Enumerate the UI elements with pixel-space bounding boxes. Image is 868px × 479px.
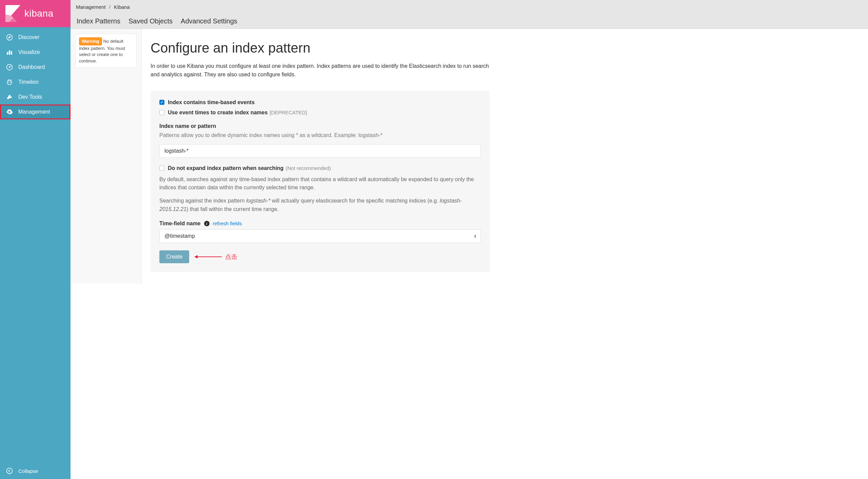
refresh-fields-link[interactable]: refresh fields [213, 221, 242, 226]
annotation-text: 点击 [225, 253, 237, 261]
tab-advanced-settings[interactable]: Advanced Settings [180, 14, 238, 28]
timelion-icon [6, 79, 13, 85]
compass-icon [6, 34, 13, 41]
svg-point-5 [9, 66, 10, 68]
index-name-label: Index name or pattern [159, 123, 481, 129]
svg-point-7 [8, 82, 9, 82]
svg-point-9 [7, 468, 13, 474]
index-name-help: Patterns allow you to define dynamic ind… [159, 131, 481, 139]
gear-icon [6, 109, 13, 115]
sidebar-item-management[interactable]: Management [0, 104, 71, 119]
nav-label: Management [18, 109, 50, 115]
gauge-icon [6, 64, 13, 71]
sidebar-collapse[interactable]: Collapse [0, 463, 71, 479]
main-content: Configure an index pattern In order to u… [142, 29, 868, 284]
sidebar-nav: Discover Visualize Dashboard Timelion De… [0, 27, 71, 463]
explain-default: By default, searches against any time-ba… [159, 175, 481, 192]
select-value: @timestamp [164, 233, 195, 239]
svg-rect-2 [9, 51, 10, 55]
checkbox-label: Use event times to create index names[DE… [168, 110, 307, 116]
svg-rect-1 [7, 52, 8, 55]
page-title: Configure an index pattern [151, 40, 859, 55]
kibana-logo-icon [5, 5, 20, 22]
not-recommended-hint: (Not recommended) [285, 165, 331, 171]
select-caret-icon [474, 234, 476, 238]
explain-example: Searching against the index pattern logs… [159, 197, 481, 214]
wrench-icon [6, 94, 13, 100]
checkbox-time-based[interactable]: Index contains time-based events [159, 99, 481, 106]
sidebar-item-timelion[interactable]: Timelion [0, 75, 71, 90]
checkbox-input[interactable] [159, 100, 164, 105]
collapse-label: Collapse [18, 468, 38, 474]
checkbox-input[interactable] [159, 166, 164, 171]
checkbox-input[interactable] [159, 110, 164, 115]
sidebar-header: kibana [0, 0, 71, 27]
collapse-icon [6, 467, 13, 474]
page-intro: In order to use Kibana you must configur… [151, 62, 493, 79]
breadcrumb: Management / Kibana [76, 4, 863, 10]
brand-name: kibana [24, 8, 54, 19]
checkbox-no-expand[interactable]: Do not expand index pattern when searchi… [159, 165, 481, 171]
annotation-arrow: 点击 [195, 253, 237, 261]
arrow-line-icon [195, 256, 222, 257]
sidebar-item-discover[interactable]: Discover [0, 30, 71, 45]
content-row: WarningNo default index pattern. You mus… [71, 29, 868, 284]
tab-index-patterns[interactable]: Index Patterns [76, 14, 121, 28]
tabs: Index Patterns Saved Objects Advanced Se… [76, 14, 863, 28]
sidebar-item-devtools[interactable]: Dev Tools [0, 90, 71, 104]
info-icon[interactable]: i [204, 221, 210, 226]
create-row: Create 点击 [159, 250, 481, 263]
checkbox-label: Do not expand index pattern when searchi… [168, 165, 331, 171]
sidebar: kibana Discover Visualize Dashboard Time… [0, 0, 71, 479]
warning-panel: WarningNo default index pattern. You mus… [71, 29, 142, 284]
svg-point-8 [10, 82, 11, 82]
breadcrumb-bar: Management / Kibana Index Patterns Saved… [71, 0, 868, 29]
sidebar-item-visualize[interactable]: Visualize [0, 45, 71, 60]
time-field-label: Time-field name [159, 221, 201, 227]
warning-badge: Warning [79, 37, 102, 45]
deprecated-hint: [DEPRECATED] [270, 110, 307, 115]
bar-chart-icon [6, 49, 13, 56]
index-name-input[interactable] [159, 144, 481, 158]
breadcrumb-segment[interactable]: Management [76, 4, 106, 10]
form-card: Index contains time-based events Use eve… [151, 91, 490, 272]
checkbox-label: Index contains time-based events [168, 99, 255, 106]
create-button[interactable]: Create [159, 250, 189, 263]
nav-label: Dev Tools [18, 94, 42, 100]
time-field-select[interactable]: @timestamp [159, 229, 481, 243]
nav-label: Discover [18, 34, 39, 40]
svg-point-6 [7, 80, 12, 84]
breadcrumb-segment[interactable]: Kibana [114, 4, 130, 10]
breadcrumb-separator: / [109, 4, 111, 10]
main: Management / Kibana Index Patterns Saved… [71, 0, 868, 479]
nav-label: Timelion [18, 79, 39, 85]
time-field-label-row: Time-field name i refresh fields [159, 221, 481, 227]
checkbox-event-times[interactable]: Use event times to create index names[DE… [159, 110, 481, 116]
svg-rect-3 [11, 52, 12, 55]
tab-saved-objects[interactable]: Saved Objects [128, 14, 173, 28]
nav-label: Visualize [18, 49, 40, 55]
nav-label: Dashboard [18, 64, 45, 70]
sidebar-item-dashboard[interactable]: Dashboard [0, 60, 71, 75]
warning-box: WarningNo default index pattern. You mus… [75, 34, 137, 68]
